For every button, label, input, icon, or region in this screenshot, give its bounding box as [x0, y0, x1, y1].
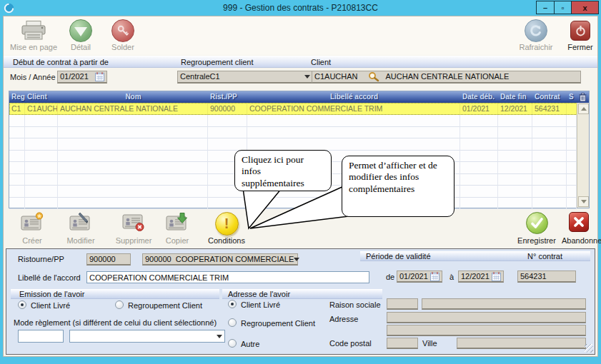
cell	[25, 186, 58, 198]
copier-button[interactable]: Copier	[157, 212, 197, 248]
radio-emission-client-livre[interactable]	[18, 300, 26, 309]
cell	[25, 162, 58, 174]
ville-label: Ville	[422, 339, 437, 348]
column-header-4[interactable]: Libellé accord	[247, 91, 460, 103]
cell	[498, 138, 532, 151]
cross-icon	[562, 212, 596, 236]
client-field[interactable]: C1AUCHAN AUCHAN CENTRALE NATIONALE	[312, 71, 581, 84]
cell	[58, 174, 208, 186]
adresse-line2-field[interactable]	[387, 325, 586, 336]
mode-reglement-label: Mode règlement (si différent de celui du…	[14, 318, 217, 327]
chevron-down-icon	[294, 258, 299, 261]
copy-card-icon	[157, 212, 197, 236]
cell	[58, 151, 208, 163]
cell	[247, 115, 460, 127]
mode-reglement-code-field[interactable]	[18, 330, 64, 343]
app-window: 999 - Gestion des contrats - P210813CC –…	[0, 0, 601, 364]
conditions-button[interactable]: ! Conditions	[203, 212, 250, 248]
arrow-down-icon	[581, 200, 587, 203]
detail-button[interactable]: Détail	[63, 19, 99, 54]
date-debut-field[interactable]: 01/2021	[397, 271, 442, 283]
radio-adresse-regroupement[interactable]	[228, 318, 237, 327]
supprimer-button[interactable]: Supprimer	[109, 212, 159, 248]
cell	[460, 127, 498, 139]
table-row-empty[interactable]	[9, 127, 589, 139]
column-header-8[interactable]: S	[567, 91, 577, 103]
solder-button[interactable]: Solder	[104, 19, 141, 54]
radio-emission-regroupement[interactable]	[115, 300, 124, 309]
detail-label: Détail	[63, 43, 99, 51]
raison-sociale-field[interactable]	[422, 298, 586, 310]
cell	[532, 115, 567, 127]
mise-en-page-label: Mise en page	[6, 43, 61, 51]
mise-en-page-button[interactable]: Mise en page	[6, 19, 61, 54]
callout-bubble-2: Permet d’afficher et de modifier des inf…	[342, 156, 455, 217]
fermer-label: Fermer	[563, 43, 597, 51]
abandonner-button[interactable]: Abandonner	[562, 212, 596, 248]
column-header-2[interactable]: Nom	[58, 91, 208, 103]
cell	[460, 174, 498, 186]
radio-adresse-client-livre[interactable]	[228, 300, 237, 308]
ristourne-select[interactable]: 900000 COOPERATION COMMERCIALE	[142, 253, 298, 266]
mode-reglement-select[interactable]	[69, 330, 225, 343]
table-header-corner	[577, 91, 589, 103]
adresse-line1-field[interactable]	[387, 312, 586, 323]
raison-sociale-code-field[interactable]	[387, 298, 418, 310]
enregistrer-button[interactable]: Enregistrer	[509, 212, 565, 248]
radio-adresse-autre[interactable]	[228, 339, 237, 348]
table-row-empty[interactable]	[9, 115, 589, 127]
calendar-icon[interactable]	[492, 272, 501, 281]
cell	[532, 138, 567, 151]
ville-field[interactable]	[457, 338, 586, 349]
column-header-0[interactable]: Reg.	[9, 91, 25, 103]
cell: 12/2021	[498, 103, 532, 115]
client-header: Client	[311, 58, 331, 66]
de-label: de	[386, 273, 394, 281]
minimize-button[interactable]: –	[536, 1, 555, 14]
libelle-field[interactable]: COOPERATION COMMERCIALE TRIM	[86, 271, 369, 283]
column-header-3[interactable]: Rist./PP	[208, 91, 247, 103]
rafraichir-button[interactable]: Rafraichir	[512, 19, 560, 54]
cell	[58, 127, 208, 139]
power-icon	[563, 19, 597, 43]
column-header-6[interactable]: Date fin	[498, 91, 532, 103]
maximize-button[interactable]: ▫	[555, 1, 572, 14]
cell	[9, 127, 25, 139]
cell	[9, 174, 25, 186]
close-window-button[interactable]: x	[572, 1, 599, 14]
cell	[25, 174, 58, 186]
ristourne-code-field[interactable]: 900000	[86, 253, 131, 266]
table-row-empty[interactable]	[9, 138, 589, 151]
creer-button[interactable]: Créer	[11, 212, 53, 248]
calendar-icon[interactable]	[95, 72, 104, 81]
scroll-up-button[interactable]	[578, 103, 589, 114]
table-scrollbar[interactable]	[577, 103, 589, 208]
calendar-icon[interactable]	[430, 272, 439, 281]
scroll-down-button[interactable]	[578, 196, 589, 207]
column-header-7[interactable]: Contrat	[532, 91, 567, 103]
code-postal-field[interactable]	[387, 338, 418, 349]
mois-annee-field[interactable]: 01/2021	[57, 71, 107, 84]
modifier-label: Modifier	[59, 236, 103, 245]
column-header-1[interactable]: Client	[25, 91, 58, 103]
resize-grip[interactable]	[585, 344, 593, 353]
column-header-5[interactable]: Date déb.	[460, 91, 498, 103]
cell: C1AUCH	[25, 103, 58, 115]
table-row-selected[interactable]: C1C1AUCHAUCHAN CENTRALE NATIONALE900000C…	[9, 103, 589, 115]
cell	[208, 138, 247, 151]
table-row-empty[interactable]	[9, 198, 589, 210]
conditions-label: Conditions	[203, 236, 250, 245]
cell	[532, 151, 567, 163]
cell	[498, 127, 532, 139]
search-icon[interactable]	[368, 71, 380, 82]
regroupement-select[interactable]: CentraleC1	[177, 71, 313, 84]
cell	[58, 138, 208, 151]
date-fin-field[interactable]: 12/2021	[458, 271, 504, 283]
cell	[9, 151, 25, 163]
cell: 01/2021	[460, 103, 498, 115]
fermer-button[interactable]: Fermer	[563, 19, 597, 54]
trash-icon[interactable]	[579, 93, 587, 102]
cell	[9, 198, 25, 210]
modifier-button[interactable]: Modifier	[59, 212, 103, 248]
num-contrat-field[interactable]: 564231	[517, 271, 576, 283]
